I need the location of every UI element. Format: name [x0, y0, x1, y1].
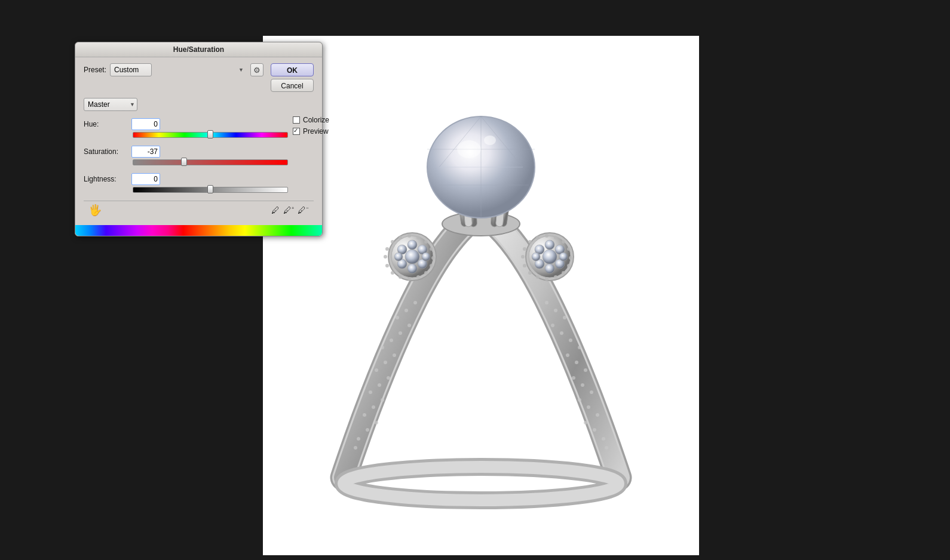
eyedropper-group: 🖊 🖊+ 🖊−: [271, 205, 309, 215]
hand-tool-icon[interactable]: 🖐: [88, 204, 102, 217]
svg-point-22: [593, 428, 596, 432]
preset-label: Preset:: [84, 66, 106, 74]
sliders-section: Master Reds Yellows Greens Cyans Blues M…: [84, 98, 288, 201]
svg-point-82: [545, 234, 548, 238]
svg-point-7: [369, 390, 372, 394]
lightness-row: Lightness:: [84, 173, 288, 185]
colorize-row[interactable]: Colorize: [293, 116, 329, 124]
svg-point-66: [385, 264, 389, 267]
svg-point-30: [584, 368, 587, 372]
saturation-slider-container: [84, 159, 288, 166]
eyedropper-minus-icon[interactable]: 🖊−: [298, 205, 309, 215]
hue-slider-track[interactable]: [133, 131, 288, 139]
hue-row: Hue:: [84, 118, 288, 130]
dialog-body: Preset: Custom ▼ ⚙ OK Cancel: [75, 57, 322, 225]
svg-point-110: [457, 140, 481, 158]
preview-checkbox[interactable]: [293, 128, 300, 135]
svg-point-79: [559, 253, 568, 261]
svg-point-86: [569, 256, 572, 260]
ok-button[interactable]: OK: [271, 63, 314, 76]
svg-point-78: [532, 253, 540, 261]
svg-point-6: [381, 398, 384, 402]
gear-button[interactable]: ⚙: [250, 63, 263, 76]
svg-point-92: [528, 271, 532, 275]
preset-select[interactable]: Custom: [110, 63, 152, 76]
svg-point-62: [416, 275, 420, 279]
svg-point-67: [384, 255, 387, 259]
svg-point-49: [407, 240, 417, 250]
svg-point-89: [554, 275, 557, 279]
svg-point-53: [391, 240, 394, 244]
hue-thumb[interactable]: [207, 130, 213, 139]
svg-point-32: [566, 353, 569, 357]
hue-label: Hue:: [84, 120, 131, 128]
svg-point-25: [587, 405, 590, 409]
hue-slider-container: [84, 131, 288, 139]
icon-bar: 🖐 🖊 🖊+ 🖊−: [84, 201, 314, 219]
svg-point-31: [575, 361, 578, 364]
svg-point-59: [431, 256, 435, 260]
cancel-button[interactable]: Cancel: [271, 79, 314, 92]
svg-point-39: [545, 301, 548, 304]
svg-point-44: [405, 250, 419, 264]
svg-point-17: [396, 316, 399, 319]
channel-select[interactable]: Master Reds Yellows Greens Cyans Blues M…: [84, 98, 137, 111]
lightness-thumb[interactable]: [207, 185, 213, 193]
svg-point-61: [424, 271, 428, 275]
svg-point-64: [399, 275, 402, 279]
svg-point-23: [584, 421, 587, 424]
svg-point-3: [375, 421, 378, 424]
preview-label: Preview: [303, 127, 329, 136]
svg-point-90: [545, 277, 548, 281]
svg-point-56: [416, 236, 420, 239]
svg-point-21: [354, 446, 357, 450]
eyedropper-plus-icon[interactable]: 🖊+: [283, 205, 295, 215]
svg-point-51: [394, 253, 403, 261]
svg-point-2: [366, 428, 369, 432]
colorize-checkbox[interactable]: [293, 116, 300, 124]
svg-point-36: [551, 324, 554, 327]
svg-point-18: [404, 309, 408, 312]
svg-point-93: [523, 264, 526, 267]
dialog-title: Hue/Saturation: [173, 45, 224, 54]
svg-point-9: [387, 376, 390, 380]
svg-point-58: [430, 247, 433, 251]
lightness-slider-container: [84, 186, 288, 193]
svg-point-26: [578, 398, 581, 402]
lightness-input[interactable]: [131, 173, 160, 185]
saturation-thumb[interactable]: [181, 158, 187, 166]
eyedropper-icon[interactable]: 🖊: [271, 205, 280, 215]
svg-point-88: [562, 271, 565, 275]
hue-input[interactable]: [131, 118, 160, 130]
svg-point-57: [424, 240, 428, 244]
svg-point-111: [484, 136, 496, 145]
svg-point-27: [590, 390, 593, 394]
preview-row[interactable]: Preview: [293, 127, 329, 136]
saturation-slider-track[interactable]: [133, 159, 288, 166]
svg-point-63: [407, 277, 411, 281]
svg-point-12: [393, 353, 396, 357]
svg-point-14: [390, 339, 393, 342]
saturation-input[interactable]: [131, 146, 160, 158]
svg-point-87: [567, 264, 571, 267]
options-section: Colorize Preview: [288, 98, 329, 136]
preset-select-wrapper: Custom ▼: [110, 63, 247, 76]
svg-point-20: [357, 437, 360, 441]
saturation-label: Saturation:: [84, 147, 131, 156]
svg-point-41: [605, 446, 608, 450]
svg-point-29: [572, 376, 575, 380]
svg-point-77: [545, 264, 554, 273]
lightness-slider-track[interactable]: [133, 186, 288, 193]
svg-point-35: [560, 331, 563, 335]
svg-point-80: [528, 240, 532, 244]
svg-point-60: [430, 264, 433, 267]
svg-point-5: [372, 405, 375, 409]
svg-point-84: [562, 240, 565, 244]
svg-point-15: [399, 331, 402, 335]
svg-point-52: [422, 253, 430, 261]
svg-point-8: [378, 383, 381, 387]
svg-point-33: [578, 346, 581, 349]
svg-point-65: [391, 271, 394, 275]
rainbow-strip: [75, 225, 322, 236]
svg-point-4: [363, 413, 366, 417]
